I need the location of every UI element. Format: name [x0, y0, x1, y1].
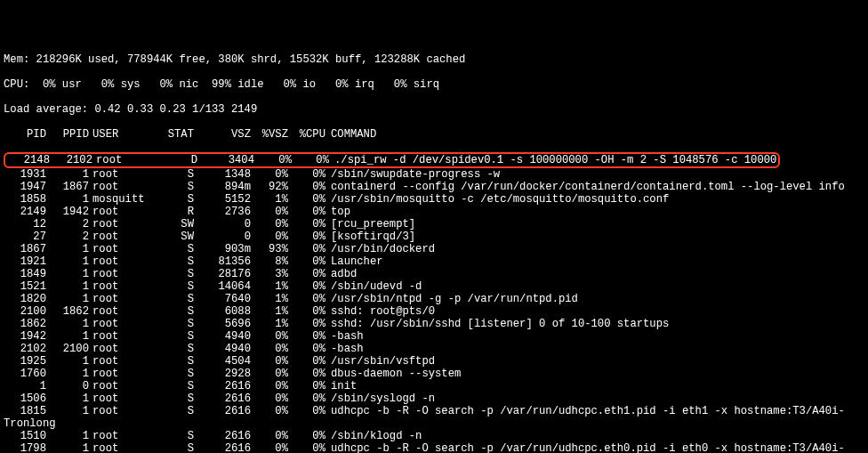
- hdr-user: USER: [89, 128, 157, 141]
- cell-cmd: top: [326, 206, 350, 218]
- cell-pcpu: 0%: [288, 430, 326, 442]
- cell-pvsz: 0%: [251, 442, 288, 453]
- cell-cmd: sshd: /usr/sbin/sshd [listener] 0 of 10-…: [326, 318, 669, 330]
- cell-pcpu: 0%: [288, 293, 326, 305]
- mem-line: Mem: 218296K used, 778944K free, 380K sh…: [4, 53, 864, 66]
- cell-cmd: udhcpc -b -R -O search -p /var/run/udhcp…: [326, 405, 845, 417]
- cell-user: root: [89, 355, 157, 368]
- cell-pcpu: 0%: [288, 218, 326, 231]
- cell-stat: SW: [157, 218, 194, 231]
- table-row: 18151rootS26160%0%udhcpc -b -R -O search…: [4, 405, 864, 417]
- cell-stat: S: [157, 355, 194, 368]
- cell-vsz: 0: [194, 218, 251, 231]
- cell-cmd: Launcher: [326, 255, 383, 268]
- cell-user: root: [89, 330, 157, 343]
- cell-cmd: adbd: [326, 268, 357, 280]
- cell-ppid: 1867: [46, 181, 89, 193]
- cell-stat: S: [157, 181, 194, 193]
- cell-ppid: 1: [46, 280, 89, 293]
- cell-pcpu: 0%: [288, 392, 326, 405]
- cell-pcpu: 0%: [288, 243, 326, 255]
- cell-cmd: dbus-daemon --system: [326, 368, 461, 380]
- cell-pid: 1862: [4, 318, 46, 330]
- table-row: 18491rootS281763%0%adbd: [4, 268, 864, 280]
- highlighted-process: 21482102rootD34040%0%./spi_rw -d /dev/sp…: [4, 152, 780, 168]
- cell-pcpu: 0%: [288, 206, 326, 218]
- cell-stat: S: [157, 168, 194, 181]
- cell-stat: S: [157, 368, 194, 380]
- cell-vsz: 5152: [194, 193, 251, 206]
- table-row: 18581mosquittS51521%0%/usr/sbin/mosquitt…: [4, 193, 864, 206]
- cell-cmd: ./spi_rw -d /dev/spidev0.1 -s 100000000 …: [329, 154, 776, 166]
- column-header: PIDPPIDUSERSTATVSZ%VSZ%CPUCOMMAND: [4, 128, 864, 141]
- cell-ppid: 2100: [46, 343, 89, 355]
- table-row: 19421rootS49400%0%-bash: [4, 330, 864, 343]
- cell-pid: 1506: [4, 392, 46, 405]
- cell-pid: 1947: [4, 181, 46, 193]
- cell-pvsz: 0%: [251, 330, 288, 343]
- cell-ppid: 1: [46, 293, 89, 305]
- table-row: 15211rootS140641%0%/sbin/udevd -d: [4, 280, 864, 293]
- cell-pvsz: 0%: [251, 380, 288, 392]
- cell-pcpu: 0%: [288, 355, 326, 368]
- cell-vsz: 1348: [194, 168, 251, 181]
- cell-user: root: [89, 206, 157, 218]
- cell-pvsz: 8%: [251, 255, 288, 268]
- cell-stat: S: [157, 405, 194, 417]
- cpu-line: CPU: 0% usr 0% sys 0% nic 99% idle 0% io…: [4, 78, 864, 91]
- cell-ppid: 1: [46, 193, 89, 206]
- cell-user: mosquitt: [89, 193, 157, 206]
- table-row: 15101rootS26160%0%/sbin/klogd -n: [4, 430, 864, 442]
- table-row: 21482102rootD34040%0%./spi_rw -d /dev/sp…: [4, 153, 864, 168]
- cell-cmd: [rcu_preempt]: [326, 218, 415, 231]
- cell-vsz: 5696: [194, 318, 251, 330]
- hdr-cmd: COMMAND: [326, 128, 376, 141]
- cell-cmd: [ksoftirqd/3]: [326, 231, 415, 243]
- table-row: 17601rootS29280%0%dbus-daemon --system: [4, 368, 864, 380]
- cell-stat: S: [157, 318, 194, 330]
- cell-cmd: -bash: [326, 330, 364, 343]
- cell-user: root: [89, 268, 157, 280]
- cell-vsz: 6088: [194, 305, 251, 318]
- cell-stat: S: [157, 330, 194, 343]
- cell-user: root: [89, 231, 157, 243]
- cell-cmd: /sbin/udevd -d: [326, 280, 422, 293]
- table-row: 19471867rootS894m92%0%containerd --confi…: [4, 181, 864, 193]
- cell-pvsz: 1%: [251, 193, 288, 206]
- cell-ppid: 1862: [46, 305, 89, 318]
- cell-cmd: /sbin/swupdate-progress -w: [326, 168, 500, 181]
- cell-pid: 1858: [4, 193, 46, 206]
- cell-pvsz: 0%: [251, 392, 288, 405]
- cell-cmd: sshd: root@pts/0: [326, 305, 435, 318]
- cell-cmd: udhcpc -b -R -O search -p /var/run/udhcp…: [326, 442, 845, 453]
- cell-pid: 2100: [4, 305, 46, 318]
- cell-user: root: [89, 293, 157, 305]
- table-row: 17981rootS26160%0%udhcpc -b -R -O search…: [4, 442, 864, 453]
- cell-pid: 2148: [7, 154, 50, 166]
- cell-stat: S: [157, 392, 194, 405]
- cell-user: root: [89, 280, 157, 293]
- cell-vsz: 3404: [197, 154, 254, 166]
- cell-pid: 2102: [4, 343, 46, 355]
- cell-stat: S: [157, 305, 194, 318]
- cell-pid: 12: [4, 218, 46, 231]
- cell-vsz: 14064: [194, 280, 251, 293]
- cell-vsz: 28176: [194, 268, 251, 280]
- cell-vsz: 4940: [194, 330, 251, 343]
- cell-pvsz: 92%: [251, 181, 288, 193]
- cell-ppid: 1: [46, 168, 89, 181]
- cell-vsz: 903m: [194, 243, 251, 255]
- cell-stat: S: [157, 193, 194, 206]
- cell-user: root: [89, 392, 157, 405]
- table-row: 21491942rootR27360%0%top: [4, 206, 864, 218]
- cell-user: root: [89, 430, 157, 442]
- cell-pvsz: 0%: [254, 154, 292, 166]
- cell-cmd: -bash: [326, 343, 364, 355]
- cell-stat: S: [157, 442, 194, 453]
- cell-pid: 1820: [4, 293, 46, 305]
- cell-pcpu: 0%: [288, 181, 326, 193]
- cell-pid: 1521: [4, 280, 46, 293]
- cell-stat: D: [160, 154, 197, 166]
- cell-vsz: 2736: [194, 206, 251, 218]
- table-row: 21001862rootS60881%0%sshd: root@pts/0: [4, 305, 864, 318]
